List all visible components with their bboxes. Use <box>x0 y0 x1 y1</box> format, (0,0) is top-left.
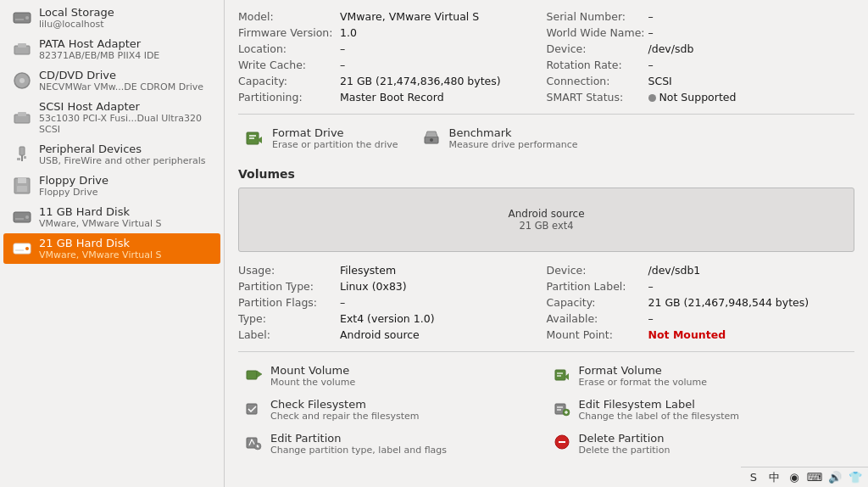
p-label: Partition Type: <box>238 280 340 293</box>
taskbar: S中◉⌨🔊👕 <box>741 467 868 487</box>
edit-filesystem-label-text: Edit Filesystem LabelChange the label of… <box>579 398 739 422</box>
info-value: – <box>340 59 345 71</box>
sidebar-item-sub: USB, FireWire and other peripherals <box>39 155 206 166</box>
sidebar-item-11gb[interactable]: 11 GB Hard DiskVMware, VMware Virtual S <box>3 202 220 232</box>
sidebar: Local Storagelilu@localhostPATA Host Ada… <box>0 0 225 487</box>
disk-info-row: Model:VMware, VMware Virtual S <box>238 8 547 25</box>
benchmark-desc: Measure drive performance <box>449 139 578 150</box>
sidebar-item-title: Local Storage <box>39 6 114 19</box>
disk-info-row: World Wide Name:– <box>547 25 855 41</box>
sidebar-item-title: Peripheral Devices <box>39 143 206 155</box>
svg-marker-29 <box>257 371 262 378</box>
info-label: Rotation Rate: <box>547 59 648 71</box>
format-icon <box>245 128 265 148</box>
disk-info-row: Firmware Version:1.0 <box>238 25 547 41</box>
info-label: Connection: <box>547 75 648 87</box>
smart-status-dot <box>648 94 656 102</box>
sidebar-item-floppy[interactable]: Floppy DriveFloppy Drive <box>3 171 220 201</box>
svg-rect-8 <box>18 112 26 116</box>
sidebar-item-sub: 53c1030 PCI-X Fusi...Dual Ultra320 SCSI <box>39 113 214 135</box>
disk-info-row: Serial Number:– <box>547 8 855 25</box>
volume-bar[interactable]: Android source 21 GB ext4 <box>238 188 854 252</box>
format-drive-button[interactable]: Format DriveErase or partition the drive <box>238 121 415 155</box>
info-value: /dev/sdb <box>648 42 694 55</box>
usb-icon <box>10 143 34 166</box>
adapter-icon <box>10 37 34 61</box>
disk-info-row: Capacity:21 GB (21,474,836,480 bytes) <box>238 73 547 89</box>
info-value: Not Supported <box>648 91 737 104</box>
sidebar-item-sub: VMware, VMware Virtual S <box>39 249 162 260</box>
benchmark-icon <box>422 128 442 148</box>
format-volume-button[interactable]: Format VolumeErase or format the volume <box>547 359 855 393</box>
partition-info-row: Partition Label:– <box>547 278 855 294</box>
partition-actions-grid: Mount VolumeMount the volumeFormat Volum… <box>238 351 854 461</box>
taskbar-icon-1[interactable]: 中 <box>765 468 783 487</box>
main-content: Model:VMware, VMware Virtual SFirmware V… <box>225 0 868 487</box>
taskbar-icon-4[interactable]: 🔊 <box>826 468 844 487</box>
disk-info-row: Partitioning:Master Boot Record <box>238 89 547 105</box>
sidebar-item-pata-host[interactable]: PATA Host Adapter82371AB/EB/MB PIIX4 IDE <box>3 34 220 64</box>
p-value: Linux (0x83) <box>340 280 407 293</box>
disk-info-row: Connection:SCSI <box>547 73 855 89</box>
info-value: – <box>340 42 345 55</box>
info-label: Serial Number: <box>547 10 648 23</box>
taskbar-icon-2[interactable]: ◉ <box>785 468 804 487</box>
p-value: Filesystem <box>340 264 396 277</box>
sidebar-item-scsi-host[interactable]: SCSI Host Adapter53c1030 PCI-X Fusi...Du… <box>3 97 220 138</box>
benchmark-title: Benchmark <box>449 126 578 139</box>
delete-partition-button[interactable]: Delete PartitionDelete the partition <box>547 427 855 461</box>
sidebar-item-21gb[interactable]: 21 GB Hard DiskVMware, VMware Virtual S <box>3 233 220 264</box>
edit-partition-text: Edit PartitionChange partition type, lab… <box>270 432 447 456</box>
delete-partition-desc: Delete the partition <box>579 445 670 456</box>
svg-rect-11 <box>17 158 20 160</box>
format-volume-desc: Erase or format the volume <box>579 377 707 388</box>
p-label: Mount Point: <box>547 328 648 341</box>
check-filesystem-button[interactable]: Check FilesystemCheck and repair the fil… <box>238 393 547 427</box>
sidebar-item-sub: 82371AB/EB/MB PIIX4 IDE <box>39 50 159 61</box>
mount-icon <box>245 366 264 384</box>
edit-filesystem-label-button[interactable]: Edit Filesystem LabelChange the label of… <box>547 393 855 427</box>
p-label: Label: <box>238 328 340 341</box>
edit-part-icon <box>245 434 264 452</box>
disk-info-right: Serial Number:–World Wide Name:–Device:/… <box>547 8 855 105</box>
partition-info-row: Partition Type:Linux (0x83) <box>238 278 547 294</box>
volume-label-name: Android source <box>508 208 584 220</box>
sidebar-item-peripheral[interactable]: Peripheral DevicesUSB, FireWire and othe… <box>3 139 220 170</box>
benchmark-button[interactable]: BenchmarkMeasure drive performance <box>415 121 595 155</box>
partition-info-row: Partition Flags:– <box>238 294 547 311</box>
p-value: – <box>648 312 654 325</box>
disk-info-row: Device:/dev/sdb <box>547 41 855 57</box>
info-label: World Wide Name: <box>547 26 648 39</box>
p-value: Ext4 (version 1.0) <box>340 312 435 325</box>
format-drive-title: Format Drive <box>272 126 398 139</box>
sidebar-item-sub: VMware, VMware Virtual S <box>39 218 162 229</box>
check-filesystem-text: Check FilesystemCheck and repair the fil… <box>270 398 419 422</box>
sidebar-item-cddvd[interactable]: CD/DVD DriveNECVMWar VMw...DE CDROM Driv… <box>3 65 220 96</box>
p-label: Capacity: <box>547 296 648 309</box>
svg-rect-15 <box>17 186 27 192</box>
taskbar-icon-3[interactable]: ⌨ <box>805 468 824 487</box>
info-label: Capacity: <box>238 75 340 87</box>
sidebar-item-local-storage[interactable]: Local Storagelilu@localhost <box>3 3 220 33</box>
mount-volume-button[interactable]: Mount VolumeMount the volume <box>238 359 547 393</box>
sidebar-item-title: CD/DVD Drive <box>39 69 203 81</box>
partition-info-row: Capacity:21 GB (21,467,948,544 bytes) <box>547 294 855 311</box>
info-value: VMware, VMware Virtual S <box>340 10 479 23</box>
taskbar-icon-5[interactable]: 👕 <box>846 468 865 487</box>
svg-point-27 <box>430 138 433 142</box>
volumes-section-title: Volumes <box>238 167 854 181</box>
mount-volume-title: Mount Volume <box>270 364 355 377</box>
delete-part-icon <box>554 434 572 452</box>
svg-rect-28 <box>247 371 257 379</box>
p-value: Android source <box>340 328 420 341</box>
info-value: – <box>648 59 654 71</box>
info-label: Location: <box>238 42 340 55</box>
edit-label-icon <box>554 400 572 418</box>
format-volume-text: Format VolumeErase or format the volume <box>579 364 707 388</box>
sidebar-item-title: 21 GB Hard Disk <box>39 237 162 249</box>
edit-filesystem-label-desc: Change the label of the filesystem <box>579 411 739 422</box>
edit-partition-button[interactable]: Edit PartitionChange partition type, lab… <box>238 427 547 461</box>
partition-info-row: Type:Ext4 (version 1.0) <box>238 311 547 327</box>
taskbar-icon-0[interactable]: S <box>744 468 763 487</box>
p-value: – <box>648 280 654 293</box>
